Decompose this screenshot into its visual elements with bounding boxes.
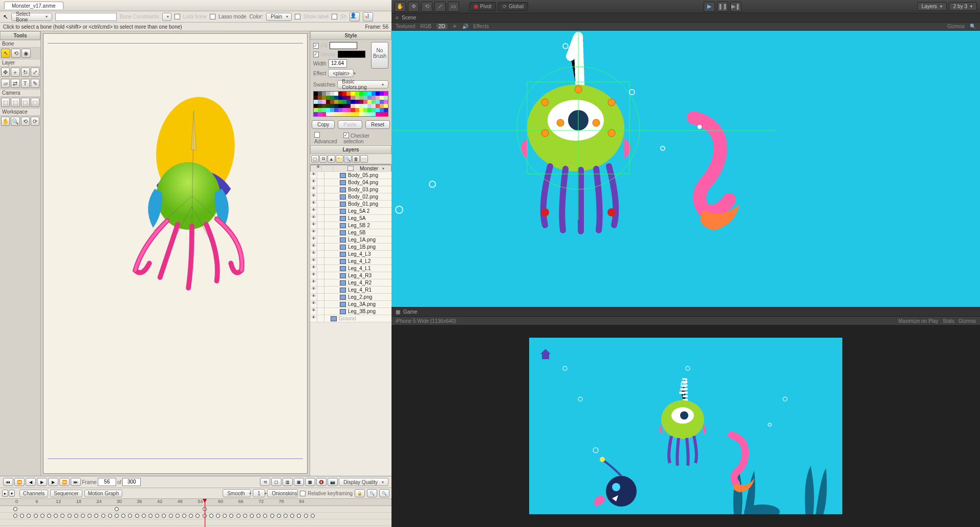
- lock-icon[interactable]: [326, 165, 333, 172]
- visibility-icon[interactable]: 👁: [310, 287, 317, 294]
- sh-checkbox[interactable]: [332, 14, 337, 19]
- palette-swatch[interactable]: [376, 108, 380, 112]
- visibility-icon[interactable]: 👁: [310, 279, 317, 287]
- lock-icon[interactable]: [317, 201, 324, 208]
- palette-swatch[interactable]: [314, 96, 318, 100]
- layer-row[interactable]: 👁Leg_1B.png: [310, 244, 391, 251]
- no-brush-button[interactable]: No Brush: [371, 42, 388, 69]
- pantilt-camera-tool[interactable]: ⬚: [31, 98, 39, 107]
- lock-icon[interactable]: [317, 193, 324, 201]
- palette-swatch[interactable]: [334, 108, 338, 112]
- visibility-icon[interactable]: 👁: [310, 294, 317, 301]
- palette-swatch[interactable]: [355, 92, 359, 96]
- layer-row[interactable]: 👁Leg_4_L1: [310, 265, 391, 272]
- visibility-icon[interactable]: 👁: [310, 308, 317, 315]
- layer-row[interactable]: 👁Leg_1A.png: [310, 236, 391, 244]
- palette-swatch[interactable]: [367, 96, 372, 100]
- palette-swatch[interactable]: [326, 92, 330, 96]
- effect-dropdown[interactable]: <plain>: [328, 69, 354, 77]
- select-bone-dropdown[interactable]: Select Bone: [11, 13, 52, 21]
- palette-swatch[interactable]: [359, 108, 363, 112]
- palette-swatch[interactable]: [380, 96, 384, 100]
- palette-swatch[interactable]: [342, 108, 346, 112]
- palette-swatch[interactable]: [355, 96, 359, 100]
- delete-layer-button[interactable]: 🗑: [352, 155, 360, 163]
- palette-swatch[interactable]: [318, 108, 322, 112]
- step-dropdown[interactable]: 1: [253, 489, 265, 497]
- lock-icon[interactable]: [317, 279, 324, 287]
- pivot-toggle[interactable]: Pivot: [469, 2, 496, 11]
- palette-swatch[interactable]: [376, 100, 380, 104]
- layer-row[interactable]: 👁Ground: [310, 315, 391, 322]
- search-layer-button[interactable]: 🔍: [344, 155, 352, 163]
- stroke-checkbox[interactable]: [313, 52, 319, 57]
- visibility-icon[interactable]: 👁: [310, 222, 317, 229]
- lock-icon[interactable]: [317, 301, 324, 308]
- layer-row[interactable]: 👁Leg_4_L2: [310, 258, 391, 265]
- layers-list[interactable]: 👁Monster👁Body_05.png👁Body_04.png👁Body_03…: [310, 164, 391, 476]
- palette-swatch[interactable]: [342, 96, 346, 100]
- palette-swatch[interactable]: [367, 104, 372, 108]
- layer-row[interactable]: 👁Monster: [310, 165, 391, 172]
- palette-swatch[interactable]: [372, 104, 376, 108]
- palette-swatch[interactable]: [372, 96, 376, 100]
- palette-swatch[interactable]: [376, 92, 380, 96]
- layer-row[interactable]: 👁Body_03.png: [310, 186, 391, 193]
- palette-swatch[interactable]: [372, 108, 376, 112]
- palette-swatch[interactable]: [367, 92, 372, 96]
- palette-swatch[interactable]: [384, 104, 388, 108]
- palette-swatch[interactable]: [363, 108, 367, 112]
- layer-row[interactable]: 👁Leg_4_L3: [310, 251, 391, 258]
- game-view[interactable]: [391, 325, 980, 527]
- end-button[interactable]: ⏭: [71, 478, 81, 486]
- text-tool[interactable]: T: [21, 79, 30, 88]
- palette-swatch[interactable]: [351, 112, 355, 116]
- visibility-icon[interactable]: 👁: [310, 251, 317, 258]
- rel-keyframe-checkbox[interactable]: [300, 491, 306, 496]
- gizmos-dropdown[interactable]: Gizmos: [947, 24, 965, 29]
- stroke-swatch[interactable]: [338, 51, 365, 58]
- rewind-button[interactable]: ⏮: [3, 478, 13, 486]
- lock-icon[interactable]: [317, 287, 324, 294]
- palette-swatch[interactable]: [318, 100, 322, 104]
- lock-icon[interactable]: [317, 251, 324, 258]
- layer-row[interactable]: 👁Body_01.png: [310, 201, 391, 208]
- layer-row[interactable]: 👁Leg_2.png: [310, 294, 391, 301]
- palette-swatch[interactable]: [380, 108, 384, 112]
- motion-graph-tab[interactable]: Motion Graph: [84, 490, 123, 497]
- palette-swatch[interactable]: [380, 100, 384, 104]
- step-icon[interactable]: ▶❚: [730, 2, 742, 12]
- visibility-icon[interactable]: 👁: [310, 236, 317, 244]
- stage[interactable]: [43, 33, 308, 474]
- reset-button[interactable]: Reset: [365, 120, 390, 129]
- palette-swatch[interactable]: [330, 100, 334, 104]
- user-icon[interactable]: 👤: [350, 12, 360, 21]
- translate-layer-tool[interactable]: ✥: [1, 68, 10, 77]
- sequencer-tab[interactable]: Sequencer: [50, 490, 82, 497]
- palette-swatch[interactable]: [338, 92, 342, 96]
- zoom-camera-tool[interactable]: ⬚: [11, 98, 19, 107]
- palette-swatch[interactable]: [384, 100, 388, 104]
- flip-layer-tool[interactable]: ⇄: [11, 79, 19, 88]
- palette-swatch[interactable]: [355, 108, 359, 112]
- timeline-ruler[interactable]: 0612182430364248546066727884: [0, 499, 391, 506]
- palette-swatch[interactable]: [334, 100, 338, 104]
- step-fwd-button[interactable]: ⏩: [59, 478, 70, 486]
- rotate-tool-icon[interactable]: ⟲: [421, 2, 432, 12]
- visibility-icon[interactable]: 👁: [310, 272, 317, 279]
- palette-swatch[interactable]: [355, 104, 359, 108]
- play-button[interactable]: ▶: [37, 478, 47, 486]
- playhead[interactable]: [205, 499, 205, 527]
- advanced-checkbox[interactable]: [314, 132, 320, 138]
- lock-icon[interactable]: [317, 315, 324, 322]
- palette-swatch[interactable]: [322, 92, 326, 96]
- width-input[interactable]: 12.64: [329, 59, 347, 68]
- maximize-label[interactable]: Maximize on Play: [898, 318, 938, 324]
- next-frame-button[interactable]: ▶: [48, 478, 58, 486]
- palette-swatch[interactable]: [367, 100, 372, 104]
- grid2-button[interactable]: ▥: [282, 478, 293, 486]
- bone-name-input[interactable]: [55, 13, 117, 21]
- palette-swatch[interactable]: [326, 112, 330, 116]
- layer-row[interactable]: 👁Body_02.png: [310, 193, 391, 201]
- palette-swatch[interactable]: [338, 112, 342, 116]
